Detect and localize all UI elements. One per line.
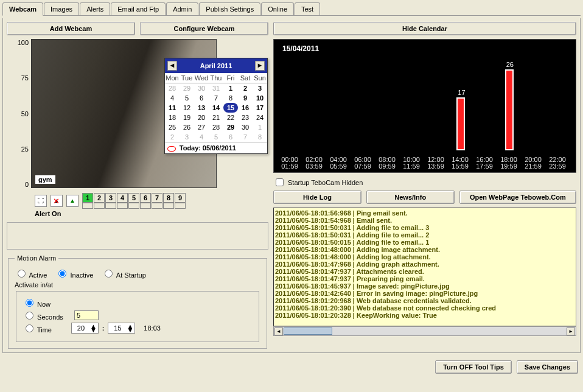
log-line: 2011/06/05-18:01:47:937 | Preparing ping…	[275, 275, 574, 282]
fullscreen-icon[interactable]: ⛶	[35, 195, 47, 207]
calendar-day[interactable]: 24	[253, 113, 267, 122]
startup-hidden-checkbox[interactable]	[276, 178, 284, 186]
chart-xaxis-tick: 16:0017:59	[472, 156, 497, 170]
calendar-day[interactable]: 6	[223, 132, 238, 142]
radio-active[interactable]: Active	[15, 268, 47, 279]
calendar-today-row[interactable]: Today: 05/06/2011	[165, 142, 267, 153]
camera-slot-4[interactable]: 4	[117, 193, 128, 203]
calendar-day[interactable]: 31	[209, 83, 223, 93]
calendar-day[interactable]: 4	[165, 93, 180, 103]
calendar-day[interactable]: 4	[194, 132, 209, 142]
calendar-day[interactable]: 13	[194, 103, 209, 113]
calendar-day[interactable]: 25	[165, 122, 180, 132]
calendar-day[interactable]: 29	[180, 83, 194, 93]
save-changes-button[interactable]: Save Changes	[517, 360, 578, 374]
calendar-day[interactable]: 28	[209, 122, 223, 132]
tab-test[interactable]: Test	[295, 2, 320, 15]
calendar-day[interactable]: 8	[223, 93, 238, 103]
camera-slot-8[interactable]: 8	[163, 193, 174, 203]
camera-slot-3[interactable]: 3	[105, 193, 116, 203]
tab-webcam[interactable]: Webcam	[2, 2, 43, 16]
turn-off-tooltips-button[interactable]: Turn OFF Tool Tips	[435, 360, 512, 374]
calendar-day[interactable]: 12	[180, 103, 194, 113]
tab-email-and-ftp[interactable]: Email and Ftp	[111, 2, 166, 15]
calendar-day[interactable]: 5	[180, 93, 194, 103]
tab-publish-settings[interactable]: Publish Settings	[199, 2, 260, 15]
calendar-next-button[interactable]: ►	[255, 61, 265, 71]
calendar-day[interactable]: 5	[209, 132, 223, 142]
status-area	[7, 222, 268, 250]
calendar-header: Sat	[238, 73, 253, 83]
time-min-input[interactable]: ▲▼	[108, 323, 135, 334]
calendar-day[interactable]: 2	[165, 132, 180, 142]
radio-inactive[interactable]: Inactive	[55, 268, 93, 279]
calendar-day[interactable]: 3	[180, 132, 194, 142]
log-horizontal-scrollbar[interactable]: ◄ ►	[273, 326, 576, 336]
motion-yaxis: 1007550250	[7, 39, 31, 188]
camera-indicator-9	[175, 203, 186, 209]
camera-slot-5[interactable]: 5	[128, 193, 139, 203]
calendar-day[interactable]: 27	[194, 122, 209, 132]
calendar-day[interactable]: 7	[209, 93, 223, 103]
tab-alerts[interactable]: Alerts	[80, 2, 110, 15]
log-line: 2011/06/05-18:01:48:000 | Adding image a…	[275, 246, 574, 253]
radio-seconds[interactable]: Seconds	[23, 310, 63, 321]
calendar-day[interactable]: 20	[194, 113, 209, 122]
marker-off-icon[interactable]: ▲	[51, 195, 63, 207]
calendar-day[interactable]: 14	[209, 103, 223, 113]
calendar[interactable]: ◄ April 2011 ► MonTueWedThuFriSatSun2829…	[164, 58, 268, 154]
calendar-day[interactable]: 16	[238, 103, 253, 113]
news-info-button[interactable]: News/Info	[366, 191, 455, 204]
radio-time[interactable]: Time	[23, 323, 52, 334]
calendar-day[interactable]: 11	[165, 103, 180, 113]
radio-at-startup[interactable]: At Startup	[102, 268, 145, 279]
calendar-day[interactable]: 19	[180, 113, 194, 122]
camera-slot-7[interactable]: 7	[152, 193, 162, 203]
calendar-day[interactable]: 6	[194, 93, 209, 103]
calendar-prev-button[interactable]: ◄	[167, 61, 177, 71]
radio-now[interactable]: Now	[23, 297, 51, 308]
configure-webcam-button[interactable]: Configure Webcam	[140, 22, 268, 35]
open-webpage-button[interactable]: Open WebPage Teboweb.Com	[459, 191, 576, 204]
calendar-day[interactable]: 22	[223, 113, 238, 122]
tab-online[interactable]: Online	[261, 2, 294, 15]
scroll-right-icon[interactable]: ►	[567, 327, 575, 335]
tab-images[interactable]: Images	[44, 2, 79, 15]
scroll-thumb[interactable]	[284, 327, 332, 335]
time-hour-input[interactable]: ▲▼	[71, 323, 99, 334]
calendar-day[interactable]: 2	[238, 83, 253, 93]
camera-indicator-2	[94, 203, 105, 209]
motion-alarm-group: Motion Alarm Active Inactive At Startup …	[8, 254, 267, 349]
hide-calendar-button[interactable]: Hide Calendar	[273, 22, 576, 35]
calendar-day[interactable]: 8	[253, 132, 267, 142]
calendar-day[interactable]: 7	[238, 132, 253, 142]
add-webcam-button[interactable]: Add Webcam	[7, 22, 135, 35]
hide-log-button[interactable]: Hide Log	[273, 191, 361, 204]
calendar-day[interactable]: 30	[194, 83, 209, 93]
seconds-input[interactable]	[74, 310, 99, 320]
scroll-left-icon[interactable]: ◄	[274, 327, 283, 335]
camera-slot-6[interactable]: 6	[140, 193, 151, 203]
marker-on-icon[interactable]: ▲	[66, 195, 79, 207]
camera-slot-9[interactable]: 9	[175, 193, 186, 203]
calendar-day[interactable]: 3	[253, 83, 267, 93]
calendar-header: Wed	[194, 73, 209, 83]
tab-admin[interactable]: Admin	[166, 2, 198, 15]
calendar-day[interactable]: 1	[223, 83, 238, 93]
calendar-day[interactable]: 15	[223, 103, 238, 113]
calendar-day[interactable]: 21	[209, 113, 223, 122]
calendar-day[interactable]: 23	[238, 113, 253, 122]
calendar-day[interactable]: 29	[223, 122, 238, 132]
calendar-day[interactable]: 18	[165, 113, 180, 122]
calendar-day[interactable]: 17	[253, 103, 267, 113]
calendar-day[interactable]: 26	[180, 122, 194, 132]
calendar-day[interactable]: 10	[253, 93, 267, 103]
log-panel[interactable]: 2011/06/05-18:01:56:968 | Ping email sen…	[273, 208, 576, 326]
calendar-day[interactable]: 1	[253, 122, 267, 132]
time-display: 18:03	[144, 324, 161, 332]
calendar-day[interactable]: 28	[165, 83, 180, 93]
camera-slot-2[interactable]: 2	[94, 193, 105, 203]
camera-slot-1[interactable]: 1	[82, 193, 93, 203]
calendar-day[interactable]: 9	[238, 93, 253, 103]
calendar-day[interactable]: 30	[238, 122, 253, 132]
